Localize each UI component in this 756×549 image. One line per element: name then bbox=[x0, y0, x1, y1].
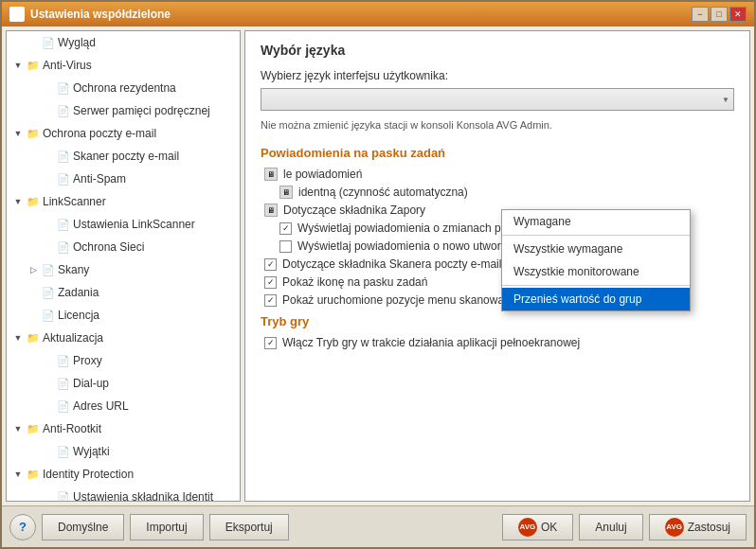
expander-wyglad bbox=[26, 35, 41, 50]
expander-ochrona-poczty: ▼ bbox=[10, 126, 26, 141]
section2-label: Dotyczące składnika Zapory bbox=[283, 204, 425, 217]
page-icon-ochrona-rez bbox=[56, 80, 71, 96]
notifications-header: Powiadomienia na pasku zadań bbox=[261, 146, 734, 160]
language-select[interactable]: ▼ bbox=[261, 88, 734, 111]
tree-label-wyjatki: Wyjątki bbox=[73, 443, 110, 460]
checkbox-6[interactable] bbox=[264, 294, 277, 307]
main-content: Wygląd ▼ Anti-Virus Ochrona rezydentna bbox=[2, 27, 754, 505]
page-icon-ust-skl bbox=[56, 489, 71, 502]
expander-antirootkit: ▼ bbox=[10, 421, 26, 436]
notifications-icon-group: 🖥 bbox=[264, 168, 278, 181]
tree-item-ustawienia-linkscanner[interactable]: Ustawienia LinkScanner bbox=[7, 213, 240, 236]
tree-label-ochrona-rez: Ochrona rezydentna bbox=[73, 80, 176, 97]
cancel-button[interactable]: Anuluj bbox=[579, 514, 642, 540]
context-menu-item-przenes[interactable]: Przenieś wartość do grup bbox=[502, 288, 690, 310]
tree-item-skany[interactable]: ▷ Skany bbox=[7, 258, 240, 281]
tree-item-licencja[interactable]: Licencja bbox=[7, 304, 240, 327]
tree-item-skaner-poczty[interactable]: Skaner poczty e-mail bbox=[7, 145, 240, 168]
tree-label-zadania: Zadania bbox=[58, 284, 99, 301]
tree-item-serwer-pamieci[interactable]: Serwer pamięci podręcznej bbox=[7, 99, 240, 122]
checkbox-5[interactable] bbox=[264, 276, 277, 289]
tree-item-dialup[interactable]: Dial-up bbox=[7, 372, 240, 395]
export-button[interactable]: Eksportuj bbox=[209, 514, 289, 540]
monitor-icon: 🖥 bbox=[264, 168, 278, 181]
page-icon-wyglad bbox=[41, 35, 56, 50]
expander-dialup bbox=[41, 376, 56, 391]
folder-icon-linkscanner bbox=[26, 194, 41, 209]
notifications-label: le powiadomień bbox=[283, 168, 362, 181]
tree-item-wyglad[interactable]: Wygląd bbox=[7, 31, 240, 54]
ok-label: OK bbox=[541, 521, 557, 534]
page-icon-adres-url bbox=[56, 398, 71, 414]
expander-proxy bbox=[41, 353, 56, 368]
import-button[interactable]: Importuj bbox=[130, 514, 203, 540]
tree-item-adres-url[interactable]: Adres URL bbox=[7, 395, 240, 417]
tree-label-skany: Skany bbox=[58, 261, 89, 278]
ok-button[interactable]: AVG OK bbox=[502, 514, 573, 540]
tree-item-linkscanner[interactable]: ▼ LinkScanner bbox=[7, 190, 240, 213]
language-note: Nie można zmienić języka stacji w konsol… bbox=[261, 118, 734, 133]
page-icon-licencja bbox=[41, 308, 56, 323]
tree-label-linkscanner: LinkScanner bbox=[43, 193, 106, 210]
folder-icon-antirootkit bbox=[26, 421, 41, 436]
tree-label-ust-skl: Ustawienia składnika Identit bbox=[73, 488, 213, 502]
expander-linkscanner: ▼ bbox=[10, 194, 26, 209]
context-menu-item-wszystkie-wymagane[interactable]: Wszystkie wymagane bbox=[502, 238, 690, 260]
monitor-icon-2: 🖥 bbox=[264, 204, 278, 217]
avg-logo: AVG bbox=[518, 518, 537, 537]
language-label: Wybierz język interfejsu użytkownika: bbox=[261, 69, 734, 82]
expander-adres-url bbox=[41, 398, 56, 414]
checkbox-row-7[interactable]: Włącz Tryb gry w trakcie działania aplik… bbox=[261, 336, 734, 349]
maximize-button[interactable]: □ bbox=[711, 7, 728, 22]
tree-label-dialup: Dial-up bbox=[73, 375, 109, 392]
folder-icon-antivirus bbox=[26, 58, 41, 73]
minimize-button[interactable]: − bbox=[692, 7, 709, 22]
checkbox-7[interactable] bbox=[264, 337, 277, 349]
game-mode-header: Tryb gry bbox=[261, 314, 734, 328]
page-icon-proxy bbox=[56, 353, 71, 368]
tree-item-antirootkit[interactable]: ▼ Anti-Rootkit bbox=[7, 417, 240, 440]
folder-icon-aktualizacja bbox=[26, 330, 41, 345]
tree-item-antispam[interactable]: Anti-Spam bbox=[7, 168, 240, 190]
tree-item-ust-skladnika[interactable]: Ustawienia składnika Identit bbox=[7, 486, 240, 502]
context-menu-divider bbox=[502, 235, 690, 236]
checkbox1-label: identną (czynność automatyczna) bbox=[298, 186, 468, 199]
tree-item-ochrona-sieci[interactable]: Ochrona Sieci bbox=[7, 236, 240, 258]
tree-label-antirootkit: Anti-Rootkit bbox=[43, 420, 101, 437]
tree-label-proxy: Proxy bbox=[73, 352, 102, 369]
folder-icon-ochrona-poczty bbox=[26, 126, 41, 141]
tree-item-ochrona-poczty[interactable]: ▼ Ochrona poczty e-mail bbox=[7, 122, 240, 145]
close-button[interactable]: ✕ bbox=[729, 7, 747, 22]
tree-item-aktualizacja[interactable]: ▼ Aktualizacja bbox=[7, 327, 240, 349]
notifications-row: 🖥 le powiadomień bbox=[261, 168, 734, 181]
monitor-icon-1: 🖥 bbox=[279, 186, 293, 199]
icon-checkbox-1: 🖥 bbox=[279, 186, 293, 199]
expander-skany: ▷ bbox=[26, 262, 41, 277]
tree-item-antivirus[interactable]: ▼ Anti-Virus bbox=[7, 54, 240, 77]
tree-label-licencja: Licencja bbox=[58, 307, 99, 324]
checkbox4-label: Dotyczące składnika Skanera poczty e-mai… bbox=[282, 257, 501, 271]
tree-label-skaner-poczty: Skaner poczty e-mail bbox=[73, 148, 179, 165]
folder-icon-identity bbox=[26, 467, 41, 482]
checkbox-2[interactable] bbox=[279, 222, 292, 235]
context-menu-divider-2 bbox=[502, 285, 690, 286]
bottom-bar: ? Domyślne Importuj Eksportuj AVG OK Anu… bbox=[2, 505, 754, 547]
tree-label-antispam: Anti-Spam bbox=[73, 170, 126, 187]
tree-item-zadania[interactable]: Zadania bbox=[7, 281, 240, 304]
checkbox-3[interactable] bbox=[279, 240, 292, 253]
tree-panel[interactable]: Wygląd ▼ Anti-Virus Ochrona rezydentna bbox=[6, 30, 241, 502]
context-menu-item-wymagane[interactable]: Wymagane bbox=[502, 210, 690, 233]
help-button[interactable]: ? bbox=[9, 514, 36, 540]
default-button[interactable]: Domyślne bbox=[42, 514, 124, 540]
main-window: ⚙ Ustawienia współdzielone − □ ✕ Wygląd … bbox=[0, 0, 756, 549]
checkbox-4[interactable] bbox=[264, 258, 277, 271]
context-menu-item-wszystkie-monitorowane[interactable]: Wszystkie monitorowane bbox=[502, 260, 690, 283]
tree-item-ochrona-rezydentna[interactable]: Ochrona rezydentna bbox=[7, 77, 240, 99]
tree-label-ochrona-poczty: Ochrona poczty e-mail bbox=[43, 125, 156, 142]
tree-item-identity[interactable]: ▼ Identity Protection bbox=[7, 463, 240, 486]
tree-item-proxy[interactable]: Proxy bbox=[7, 349, 240, 372]
avg-logo-apply: AVG bbox=[665, 518, 684, 537]
tree-label-adres-url: Adres URL bbox=[73, 398, 129, 415]
apply-button[interactable]: AVG Zastosuj bbox=[649, 514, 747, 540]
tree-item-wyjatki[interactable]: Wyjątki bbox=[7, 440, 240, 463]
